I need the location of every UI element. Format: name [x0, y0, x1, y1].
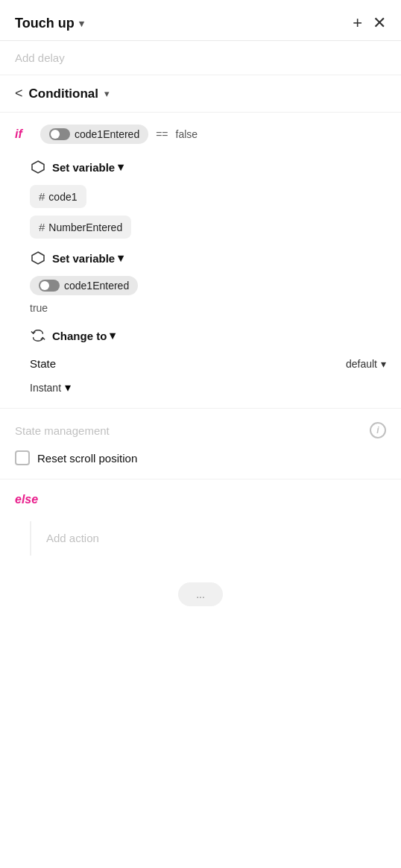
set-variable-2-header: Set variable ▾: [30, 242, 386, 272]
info-icon[interactable]: i: [370, 422, 386, 438]
tag-number-entered-text: NumberEntered: [48, 221, 122, 233]
default-value-text: default: [346, 358, 377, 370]
change-icon: [30, 327, 46, 344]
indented-block: Set variable ▾ # code1 # NumberEntered: [0, 151, 401, 405]
tag-code1-text: code1: [48, 191, 77, 203]
toggle-icon-2: [39, 280, 60, 292]
state-label: State: [30, 357, 56, 370]
tag-code1entered-pill: code1Entered: [30, 276, 138, 295]
change-to-header: Change to ▾: [30, 320, 386, 350]
svg-marker-1: [32, 252, 44, 264]
true-value: true: [30, 299, 386, 320]
header-title: Touch up: [15, 16, 75, 31]
toggle-icon: [49, 128, 70, 140]
variable-toggle-pill[interactable]: code1Entered: [40, 125, 148, 144]
set-variable-2-chevron: ▾: [118, 251, 124, 265]
state-management-row: State management i: [0, 412, 401, 446]
angle-icon: <: [15, 86, 23, 101]
divider-1: [0, 408, 401, 409]
set-variable-1-chevron: ▾: [118, 160, 124, 174]
header-chevron-icon[interactable]: ▾: [79, 18, 84, 29]
header-actions: + ✕: [353, 13, 386, 33]
add-delay-text[interactable]: Add delay: [0, 41, 401, 75]
checkbox-row: Reset scroll position: [0, 446, 401, 476]
hexagon-icon-2: [30, 250, 46, 266]
tag-number-entered[interactable]: # NumberEntered: [30, 212, 386, 242]
tag-code1entered[interactable]: code1Entered: [30, 272, 386, 299]
main-content: if code1Entered == false Set variable ▾ …: [0, 113, 401, 570]
hash-icon-2: #: [39, 221, 45, 233]
conditional-chevron-icon[interactable]: ▾: [104, 88, 110, 99]
header: Touch up ▾ + ✕: [0, 0, 401, 41]
svg-marker-0: [32, 161, 44, 173]
change-to-label[interactable]: Change to ▾: [52, 329, 116, 342]
conditional-label: Conditional: [29, 87, 98, 101]
else-row: else: [0, 482, 401, 514]
if-label: if: [15, 128, 33, 141]
tag-code1-pill: # code1: [30, 185, 86, 208]
instant-chevron-icon[interactable]: ▾: [65, 380, 71, 394]
hexagon-icon-1: [30, 159, 46, 175]
set-variable-2-label[interactable]: Set variable ▾: [52, 251, 124, 265]
variable-name: code1Entered: [75, 128, 139, 140]
divider-2: [0, 479, 401, 479]
close-button[interactable]: ✕: [373, 13, 386, 33]
add-action-text: Add action: [46, 532, 99, 544]
set-variable-1-label[interactable]: Set variable ▾: [52, 160, 124, 174]
bottom-bar: ...: [0, 570, 401, 618]
set-variable-1-header: Set variable ▾: [30, 151, 386, 181]
change-to-chevron-icon: ▾: [110, 329, 116, 342]
default-value-selector[interactable]: default ▾: [346, 358, 386, 370]
value-label: false: [176, 128, 198, 140]
tag-code1[interactable]: # code1: [30, 181, 386, 212]
hash-icon-1: #: [39, 190, 45, 203]
default-chevron-icon: ▾: [381, 358, 386, 370]
operator-label: ==: [156, 128, 168, 140]
add-action-block[interactable]: Add action: [30, 521, 386, 556]
instant-label: Instant: [30, 382, 61, 394]
reset-scroll-checkbox[interactable]: [15, 450, 30, 465]
state-row: State default ▾: [30, 350, 386, 374]
else-label: else: [15, 493, 38, 506]
checkbox-label: Reset scroll position: [37, 452, 137, 465]
if-row: if code1Entered == false: [0, 113, 401, 151]
tag-code1entered-text: code1Entered: [64, 280, 129, 292]
bottom-pill: ...: [178, 582, 223, 606]
header-title-group: Touch up ▾: [15, 16, 84, 31]
state-management-label: State management: [15, 424, 110, 437]
add-button[interactable]: +: [353, 13, 362, 33]
tag-number-entered-pill: # NumberEntered: [30, 216, 131, 239]
instant-row: Instant ▾: [30, 374, 386, 405]
conditional-section-header: < Conditional ▾: [0, 75, 401, 113]
